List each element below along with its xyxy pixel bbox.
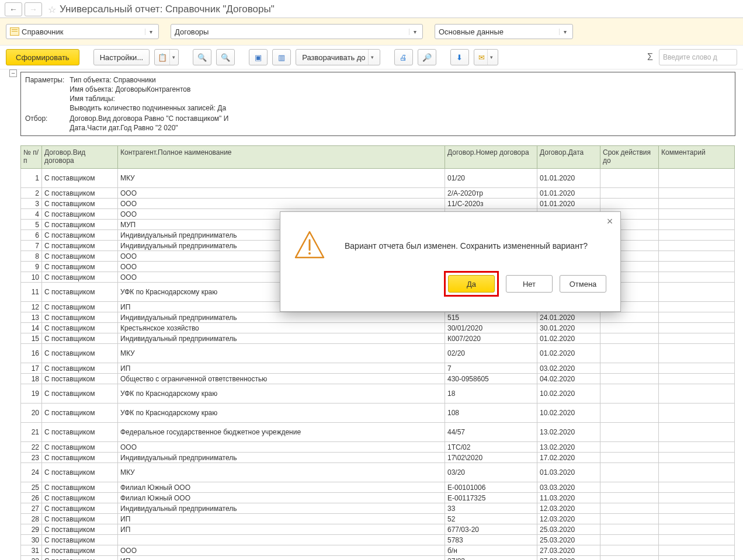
cell-counterparty: Индивидуальный предприниматель [118,312,445,323]
table-row[interactable]: 27С поставщикомИндивидуальный предприним… [21,503,735,514]
table-row[interactable]: 32С поставщикомИП27/0327.03.2020 [21,556,735,561]
filter-bar: Справочник ▾ Договоры ▾ Основные данные … [0,18,743,46]
send-email-button[interactable]: ✉ ▾ [474,49,498,65]
forward-button[interactable]: → [25,2,42,16]
save-button[interactable]: ⬇ [450,49,469,65]
print-button[interactable]: 🖨 [394,49,413,65]
table-row[interactable]: 19С поставщикомУФК по Краснодарскому кра… [21,384,735,404]
cell-contract-number: 27/03 [445,556,537,561]
table-row[interactable]: 28С поставщикомИП5212.03.2020 [21,514,735,524]
cell-valid-until [600,493,659,503]
cell-valid-until [600,384,659,404]
table-row[interactable]: 18С поставщикомОбщество с ограниченной о… [21,374,735,384]
cell-counterparty: Индивидуальный предприниматель [118,333,445,344]
cell-comment [659,333,735,344]
cell-counterparty: ИП [118,556,445,561]
cell-number: 18 [21,374,42,384]
cell-type: С поставщиком [42,384,118,404]
back-button[interactable]: ← [5,2,22,16]
table-name-combo[interactable]: Основные данные ▾ [435,24,573,39]
cell-type: С поставщиком [42,312,118,323]
table-row[interactable]: 13С поставщикомИндивидуальный предприним… [21,312,735,323]
cell-type: С поставщиком [42,453,118,463]
table-row[interactable]: 31С поставщикомОООб/н27.03.2020 [21,545,735,556]
dialog-cancel-button[interactable]: Отмена [560,275,606,293]
dialog-yes-button[interactable]: Да [448,275,495,293]
collapse-icon: ▣ [255,53,262,62]
col-contract-number[interactable]: Договор.Номер договора [445,146,537,169]
report-table[interactable]: № п/п Договор.Вид договора Контрагент.По… [20,145,735,560]
table-row[interactable]: 16С поставщикомМКУ02/2001.02.2020 [21,344,735,363]
cell-counterparty: ИП [118,363,445,374]
table-row[interactable]: 29С поставщикомИП677/03-2025.03.2020 [21,524,735,535]
cell-date: 27.03.2020 [537,556,600,561]
cell-type: С поставщиком [42,556,118,561]
cell-date: 03.03.2020 [537,482,600,493]
cell-number: 3 [21,199,42,209]
table-row[interactable]: 15С поставщикомИндивидуальный предприним… [21,333,735,344]
col-comment[interactable]: Комментарий [659,146,735,169]
generate-button[interactable]: Сформировать [6,49,79,65]
search-icon: 🔍 [197,53,207,62]
cell-type: С поставщиком [42,188,118,199]
cell-number: 16 [21,344,42,363]
cell-comment [659,524,735,535]
expand-groups-button[interactable]: ▥ [272,49,291,65]
find-button[interactable]: 🔍 [193,49,211,65]
sigma-icon[interactable]: Σ [647,52,653,62]
cell-type: С поставщиком [42,503,118,514]
dropdown-icon: ▾ [145,29,156,35]
favorite-star-icon[interactable]: ☆ [48,4,56,15]
expand-to-button[interactable]: Разворачивать до ▾ [296,49,380,65]
cell-valid-until [600,323,659,333]
col-counterparty[interactable]: Контрагент.Полное наименование [118,146,445,169]
cell-contract-number: 44/57 [445,423,537,442]
table-row[interactable]: 22С поставщикомООО1ТС/0213.02.2020 [21,442,735,453]
table-row[interactable]: 30С поставщиком578325.03.2020 [21,535,735,545]
cell-type: С поставщиком [42,514,118,524]
table-row[interactable]: 3С поставщикомООО11/С-2020з01.01.2020 [21,199,735,209]
cell-comment [659,312,735,323]
find-next-button[interactable]: 🔍 [216,49,235,65]
object-type-value: Справочник [22,27,64,36]
cell-contract-number: 18 [445,384,537,404]
table-row[interactable]: 1С поставщикомМКУ01/2001.01.2020 [21,169,735,188]
table-row[interactable]: 26С поставщикомФилиал Южный ОООЕ-0011732… [21,493,735,503]
download-icon: ⬇ [456,53,463,62]
cell-type: С поставщиком [42,482,118,493]
cell-number: 22 [21,442,42,453]
print-preview-button[interactable]: 🔎 [418,49,436,65]
search-input[interactable]: Введите слово д [659,49,737,65]
col-number[interactable]: № п/п [21,146,42,169]
object-name-combo[interactable]: Договоры ▾ [171,24,423,39]
cell-contract-number: 02/20 [445,344,537,363]
table-row[interactable]: 17С поставщикомИП703.02.2020 [21,363,735,374]
settings-button[interactable]: Настройки... [93,49,150,65]
cell-counterparty: Общество с ограниченной ответственностью [118,374,445,384]
cell-comment [659,251,735,262]
collapse-groups-button[interactable]: ▣ [249,49,268,65]
cell-type: С поставщиком [42,169,118,188]
object-type-combo[interactable]: Справочник ▾ [6,24,159,39]
table-row[interactable]: 21С поставщикомФедеральное государственн… [21,423,735,442]
col-contract-date[interactable]: Договор.Дата [537,146,600,169]
paste-button[interactable]: 📋 ▾ [154,49,179,65]
table-row[interactable]: 2С поставщикомООО2/А-2020тр01.01.2020 [21,188,735,199]
table-row[interactable]: 20С поставщикомУФК по Краснодарскому кра… [21,404,735,423]
cell-contract-number: К007/2020 [445,333,537,344]
dialog-close-button[interactable]: × [604,215,616,228]
col-valid-until[interactable]: Срок действия до [600,146,659,169]
cell-valid-until [600,503,659,514]
cell-comment [659,199,735,209]
collapse-tree-toggle[interactable]: – [9,69,17,77]
table-row[interactable]: 25С поставщикомФилиал Южный ОООЕ-0010100… [21,482,735,493]
col-contract-type[interactable]: Договор.Вид договора [42,146,118,169]
dialog-no-button[interactable]: Нет [506,275,553,293]
table-row[interactable]: 14С поставщикомКрестьянское хозяйство30/… [21,323,735,333]
cell-counterparty: Индивидуальный предприниматель [118,503,445,514]
cell-type: С поставщиком [42,241,118,251]
dropdown-icon: ▾ [559,29,570,35]
table-row[interactable]: 24С поставщикомМКУ03/2001.03.2020 [21,463,735,482]
table-row[interactable]: 23С поставщикомИндивидуальный предприним… [21,453,735,463]
cell-number: 10 [21,272,42,283]
